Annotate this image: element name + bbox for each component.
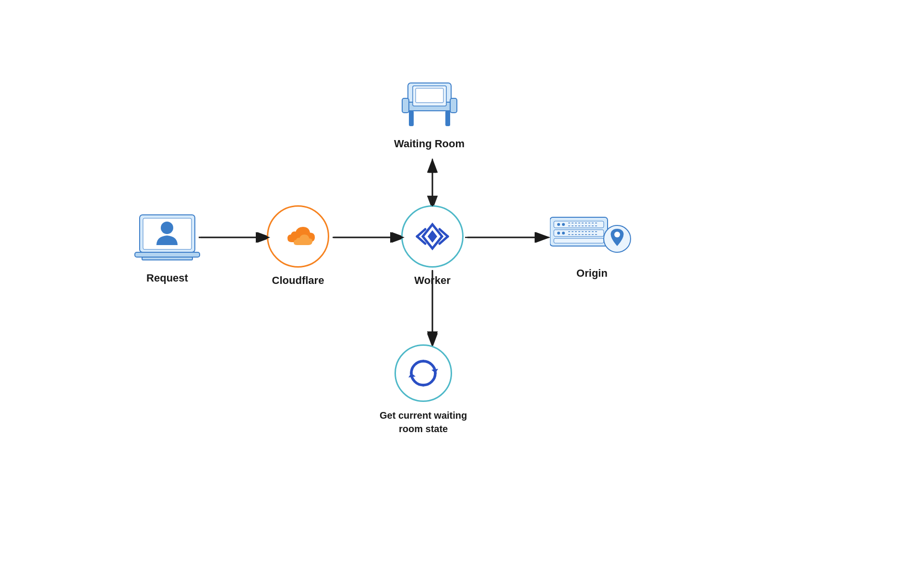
worker-label: Worker [414, 274, 450, 287]
cloudflare-label: Cloudflare [272, 274, 324, 287]
svg-point-33 [562, 223, 565, 226]
state-label: Get current waitingroom state [380, 409, 467, 435]
svg-rect-16 [450, 98, 457, 113]
svg-marker-43 [408, 373, 416, 377]
request-node: Request [132, 212, 202, 284]
svg-rect-29 [554, 221, 604, 228]
cloudflare-circle [267, 205, 329, 268]
svg-rect-30 [554, 230, 604, 236]
svg-rect-20 [416, 88, 443, 103]
chair-icon [398, 78, 461, 131]
worker-node: Worker [401, 205, 464, 287]
state-node: Get current waitingroom state [380, 344, 467, 435]
svg-point-35 [562, 232, 565, 235]
svg-point-32 [557, 223, 560, 226]
cloudflare-node: Cloudflare [267, 205, 329, 287]
svg-point-34 [557, 232, 560, 235]
origin-server-icon [550, 208, 634, 260]
svg-point-23 [161, 222, 173, 234]
svg-marker-27 [428, 230, 437, 243]
laptop-icon [132, 212, 202, 265]
svg-rect-17 [409, 111, 414, 126]
waiting-room-node: Waiting Room [394, 78, 465, 150]
origin-node: Origin [550, 208, 634, 280]
svg-rect-24 [135, 252, 200, 257]
request-label: Request [146, 272, 188, 284]
worker-circle [401, 205, 464, 268]
state-circle [394, 344, 452, 402]
svg-rect-31 [554, 238, 604, 243]
svg-rect-25 [142, 257, 192, 260]
architecture-diagram: Waiting Room Request Cloudflare [118, 78, 790, 510]
sync-icon [406, 355, 442, 391]
cloudflare-cloud-icon [276, 222, 320, 251]
svg-point-41 [614, 232, 620, 237]
origin-label: Origin [576, 267, 608, 280]
svg-rect-18 [445, 111, 450, 126]
waiting-room-label: Waiting Room [394, 138, 465, 150]
svg-marker-42 [431, 369, 438, 373]
worker-diamond-icon [413, 217, 452, 256]
svg-rect-15 [402, 98, 409, 113]
